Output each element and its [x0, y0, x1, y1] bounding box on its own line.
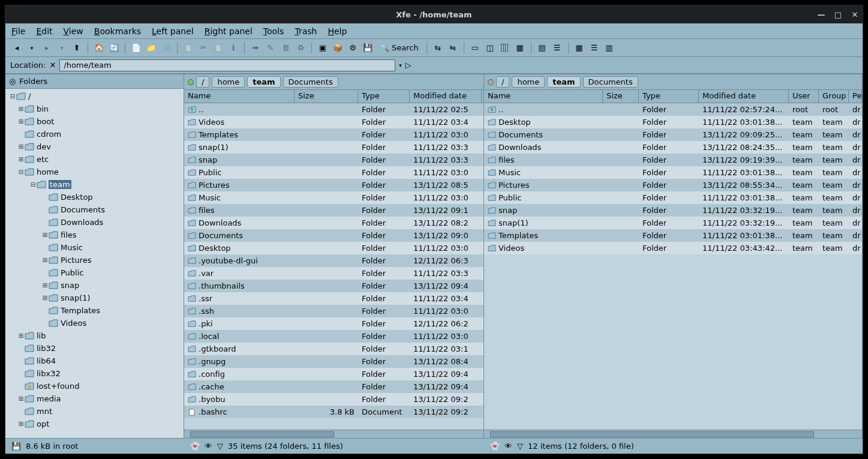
file-row[interactable]: snap(1)Folder11/11/22 03:3: [184, 141, 483, 154]
tree-item[interactable]: lib64: [5, 355, 184, 367]
location-dropdown-icon[interactable]: ▾: [399, 62, 402, 68]
file-row[interactable]: .sshFolder11/11/22 03:0: [184, 305, 483, 317]
new-file-button[interactable]: 📄: [130, 42, 143, 54]
mount-button[interactable]: 💾: [361, 42, 374, 54]
clear-location-icon[interactable]: ✕: [49, 61, 56, 70]
tree-item[interactable]: ⊞snap: [5, 279, 184, 292]
file-row[interactable]: TemplatesFolder11/11/22 03:01:38...teamt…: [484, 229, 862, 242]
refresh-button[interactable]: 🔄: [107, 42, 121, 54]
view1-button[interactable]: ▤: [536, 42, 549, 54]
menu-view[interactable]: View: [64, 26, 83, 36]
tree-item[interactable]: Music: [5, 241, 184, 254]
file-row[interactable]: .cacheFolder13/11/22 09:4: [184, 380, 483, 393]
left-file-list[interactable]: ..Folder11/11/22 02:5VideosFolder11/11/2…: [184, 103, 483, 430]
file-row[interactable]: filesFolder13/11/22 09:19:39...teamteamd…: [484, 154, 862, 166]
right-file-list[interactable]: ..Folder11/11/22 02:57:24...rootrootdrDe…: [484, 103, 862, 430]
column-header[interactable]: Name: [184, 90, 295, 103]
file-row[interactable]: VideosFolder11/11/22 03:4: [184, 116, 483, 128]
file-row[interactable]: .bashrc3.8 kBDocument13/11/22 09:2: [184, 406, 483, 418]
close-icon[interactable]: ✕: [851, 10, 859, 19]
home-button[interactable]: 🏠: [92, 42, 106, 54]
left-scrollbar-h[interactable]: [184, 430, 483, 438]
file-row[interactable]: .youtube-dl-guiFolder12/11/22 06:3: [184, 254, 483, 267]
terminal-button[interactable]: ▣: [316, 42, 329, 54]
tree-item[interactable]: ⊞lib: [5, 329, 184, 342]
column-header[interactable]: Pe: [849, 90, 862, 103]
tree-item[interactable]: ⊞Pictures: [5, 254, 184, 266]
breadcrumb-segment[interactable]: team: [547, 76, 580, 88]
column-header[interactable]: Size: [603, 90, 639, 103]
menu-bookmarks[interactable]: Bookmarks: [94, 26, 141, 36]
filter-icon[interactable]: ▽: [517, 442, 523, 451]
tree-item[interactable]: Videos: [5, 317, 184, 329]
right-columns-header[interactable]: NameSizeTypeModified dateUserGroupPe: [484, 90, 862, 103]
cut-button[interactable]: ✂: [197, 42, 210, 54]
menu-right-panel[interactable]: Right panel: [205, 26, 253, 36]
file-row[interactable]: filesFolder13/11/22 09:1: [184, 204, 483, 217]
paste-button[interactable]: 📋: [212, 42, 225, 54]
sync-button[interactable]: ⇆: [431, 42, 444, 54]
left-columns-header[interactable]: NameSizeTypeModified date: [184, 90, 483, 103]
properties-button[interactable]: ℹ: [227, 42, 240, 54]
file-row[interactable]: .pkiFolder12/11/22 06:2: [184, 317, 483, 330]
file-row[interactable]: VideosFolder11/11/22 03:43:42...teamteam…: [484, 242, 862, 254]
file-row[interactable]: DocumentsFolder13/11/22 09:09:25...teamt…: [484, 128, 862, 141]
tree-item[interactable]: ⊞etc: [5, 153, 184, 166]
trash-button[interactable]: ♻: [294, 42, 307, 54]
hidden-icon[interactable]: 👁: [504, 442, 512, 451]
copy-button[interactable]: 📋: [182, 42, 195, 54]
forward-dropdown-icon[interactable]: ▾: [55, 42, 68, 54]
view2-button[interactable]: ☰: [551, 42, 564, 54]
file-row[interactable]: PicturesFolder13/11/22 08:55:34...teamte…: [484, 179, 862, 191]
file-row[interactable]: .thumbnailsFolder13/11/22 09:4: [184, 280, 483, 292]
tree-item[interactable]: Templates: [5, 304, 184, 317]
archive-button[interactable]: 📦: [331, 42, 344, 54]
list-button[interactable]: ☰: [588, 42, 601, 54]
tree-item[interactable]: ⊟team: [5, 178, 184, 191]
column-header[interactable]: Size: [295, 90, 358, 103]
breadcrumb-segment[interactable]: team: [247, 76, 280, 88]
tree-item[interactable]: Desktop: [5, 191, 184, 203]
file-row[interactable]: DesktopFolder11/11/22 03:0: [184, 242, 483, 254]
tree-item[interactable]: ⊞media: [5, 392, 184, 405]
column-header[interactable]: User: [789, 90, 819, 103]
file-row[interactable]: DownloadsFolder13/11/22 08:2: [184, 217, 483, 229]
breadcrumb-segment[interactable]: home: [512, 76, 545, 88]
file-row[interactable]: DesktopFolder11/11/22 03:01:38...teamtea…: [484, 116, 862, 128]
run-button[interactable]: ⚙: [346, 42, 359, 54]
ghost-icon[interactable]: 👻: [490, 442, 500, 451]
search-button[interactable]: 🔍 Search: [376, 42, 422, 54]
layout4-button[interactable]: ▦: [513, 42, 527, 54]
up-button[interactable]: ⬆: [70, 42, 83, 54]
layout1-button[interactable]: ▭: [468, 42, 482, 54]
tree-toggle-icon[interactable]: ◎: [9, 77, 16, 86]
move-button[interactable]: ➡: [249, 42, 262, 54]
icons-button[interactable]: ▦: [573, 42, 586, 54]
file-row[interactable]: PicturesFolder13/11/22 08:5: [184, 179, 483, 191]
rename-button[interactable]: ✎: [264, 42, 277, 54]
back-dropdown-icon[interactable]: ▾: [25, 42, 38, 54]
tree-item[interactable]: Public: [5, 266, 184, 279]
file-row[interactable]: PublicFolder11/11/22 03:01:38...teamteam…: [484, 191, 862, 204]
right-scrollbar-h[interactable]: [484, 430, 862, 438]
column-header[interactable]: Type: [358, 90, 410, 103]
tree-item[interactable]: ⊞bin: [5, 103, 184, 115]
tree-item[interactable]: libx32: [5, 367, 184, 380]
tree-item[interactable]: ⊟home: [5, 166, 184, 178]
tree-item[interactable]: ⊟/: [5, 90, 184, 103]
tree-item[interactable]: ⊞dev: [5, 140, 184, 153]
forward-button[interactable]: ▸: [40, 42, 53, 54]
titlebar[interactable]: Xfe - /home/team — □ ✕: [5, 5, 863, 23]
swap-button[interactable]: ⇋: [446, 42, 459, 54]
breadcrumb-segment[interactable]: Documents: [583, 76, 638, 88]
layout3-button[interactable]: ⿲: [498, 42, 512, 54]
column-header[interactable]: Modified date: [410, 90, 482, 103]
menu-tools[interactable]: Tools: [263, 26, 284, 36]
tree-item[interactable]: ⊞files: [5, 229, 184, 241]
file-row[interactable]: .varFolder11/11/22 03:3: [184, 267, 483, 280]
link-button[interactable]: 🔗: [160, 42, 173, 54]
ghost-icon[interactable]: 👻: [190, 442, 200, 451]
file-row[interactable]: .configFolder13/11/22 09:4: [184, 368, 483, 380]
file-row[interactable]: .gnupgFolder13/11/22 08:4: [184, 355, 483, 368]
column-header[interactable]: Group: [819, 90, 849, 103]
